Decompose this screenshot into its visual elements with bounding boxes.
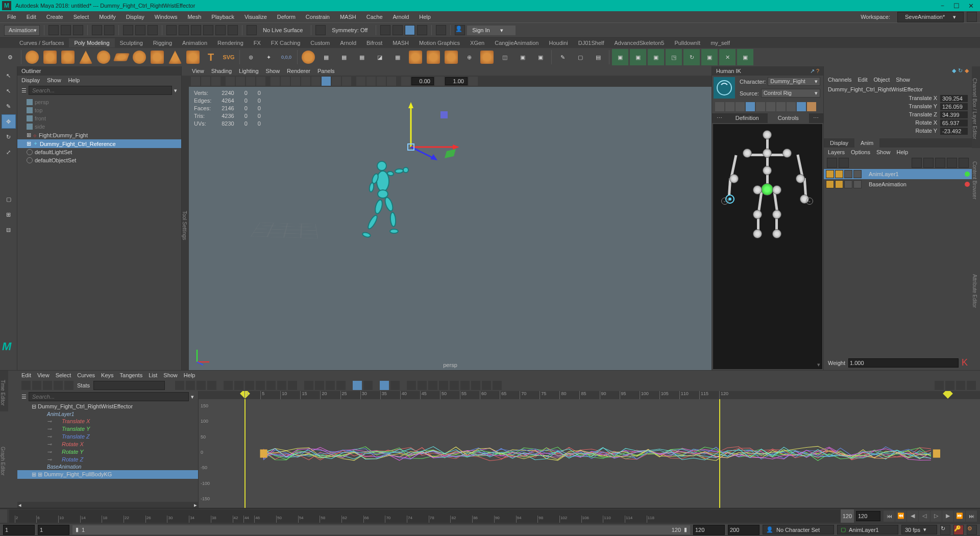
menu-cache[interactable]: Cache bbox=[362, 13, 387, 21]
shelf-tab-bifrost[interactable]: Bifrost bbox=[361, 38, 387, 47]
ge-insert-key-icon[interactable] bbox=[32, 381, 41, 390]
paint-select-icon[interactable] bbox=[148, 25, 158, 35]
hik-lhip-joint[interactable] bbox=[753, 185, 762, 194]
autokey-icon[interactable]: 🔑 bbox=[953, 525, 964, 535]
bridge-icon[interactable]: ▦ bbox=[389, 49, 406, 65]
hik-relbow-joint[interactable] bbox=[796, 174, 805, 183]
hik-tab-definition[interactable]: Definition bbox=[726, 113, 768, 123]
menu-arnold[interactable]: Arnold bbox=[389, 13, 413, 21]
poly-torus-icon[interactable] bbox=[95, 49, 112, 65]
layer-menu-layers[interactable]: Layers bbox=[828, 149, 845, 155]
layer-down-icon[interactable] bbox=[923, 158, 934, 168]
play-fwd-icon[interactable]: ▷ bbox=[930, 510, 942, 522]
hik-help-icon[interactable]: ? bbox=[816, 68, 819, 74]
edge-tool-icon[interactable]: ✎ bbox=[554, 49, 571, 65]
anim-layer-dropdown[interactable]: ▢ AnimLayer1 bbox=[837, 525, 898, 534]
hik-source-dropdown[interactable]: Control Rig▾ bbox=[761, 89, 820, 98]
poly-svg-icon[interactable]: SVG bbox=[220, 49, 237, 65]
cb-icon2[interactable]: ↻ bbox=[958, 67, 963, 74]
ge-lock-icon[interactable] bbox=[336, 381, 346, 390]
select-mode-icon[interactable] bbox=[123, 25, 133, 35]
vp-exposure-icon[interactable] bbox=[401, 77, 410, 86]
ge-playhead-start[interactable] bbox=[244, 399, 246, 508]
ge-autoframe-icon[interactable] bbox=[207, 381, 216, 390]
shelf-tab-pulldownit[interactable]: PulldownIt bbox=[669, 38, 705, 47]
hik-tabs-left[interactable]: ⋯ bbox=[712, 113, 726, 123]
ge-frame-playback-icon[interactable] bbox=[186, 381, 195, 390]
ge-curve-filter-icon[interactable] bbox=[428, 381, 437, 390]
vp-wireframe-icon[interactable] bbox=[271, 77, 280, 86]
cb-menu-show[interactable]: Show bbox=[896, 77, 910, 83]
menu-playback[interactable]: Playback bbox=[207, 13, 238, 21]
ge-auto-icon[interactable] bbox=[288, 381, 297, 390]
undo-icon[interactable] bbox=[92, 25, 102, 35]
snap-plane-icon[interactable] bbox=[203, 25, 213, 35]
vp-menu-panels[interactable]: Panels bbox=[317, 68, 335, 74]
prefs-icon[interactable]: ⚙ bbox=[967, 525, 977, 535]
menu-mash[interactable]: MASH bbox=[336, 13, 360, 21]
ge-ch-tz[interactable]: ⊸Translate Z bbox=[17, 433, 198, 441]
sculpt6-icon[interactable]: ▣ bbox=[701, 49, 718, 65]
hik-fullbody-icon[interactable] bbox=[715, 102, 724, 111]
outliner-item-fight[interactable]: ⊞⟐Fight:Dummy_Fight bbox=[17, 131, 181, 139]
go-start-icon[interactable]: ⏮ bbox=[884, 510, 895, 522]
fps-dropdown[interactable]: 30 fps ▾ bbox=[901, 525, 937, 534]
outliner-menu-help[interactable]: Help bbox=[68, 77, 80, 83]
open-scene-icon[interactable] bbox=[61, 25, 71, 35]
step-fwd-key-icon[interactable]: ⏩ bbox=[954, 510, 965, 522]
go-end-icon[interactable]: ⏭ bbox=[966, 510, 977, 522]
range-end-input[interactable] bbox=[693, 525, 725, 535]
hik-key4-icon[interactable] bbox=[797, 102, 806, 111]
cb-menu-channels[interactable]: Channels bbox=[828, 77, 851, 83]
viewport-character[interactable] bbox=[357, 156, 419, 248]
snap-curve-icon[interactable] bbox=[179, 25, 189, 35]
hik-head-joint[interactable] bbox=[763, 130, 772, 139]
vp-exposure-field[interactable]: 0.00 bbox=[411, 77, 434, 85]
hik-hips-joint[interactable] bbox=[761, 183, 773, 196]
vp-select-cam-icon[interactable] bbox=[191, 77, 200, 86]
ge-frame-all-icon[interactable] bbox=[175, 381, 184, 390]
module-selector[interactable]: Animation▾ bbox=[4, 25, 40, 36]
ge-snap-value-icon[interactable] bbox=[363, 381, 373, 390]
ge-unify-icon[interactable] bbox=[315, 381, 324, 390]
hik-bodypart-icon[interactable] bbox=[725, 102, 734, 111]
ge-node-root[interactable]: ⊟ Dummy_Fight_Ctrl_RightWristEffector bbox=[17, 402, 198, 411]
layer-tab-display[interactable]: Display bbox=[824, 138, 854, 148]
hik-lelbow-joint[interactable] bbox=[729, 174, 739, 183]
workspace-dropdown[interactable]: SeveAnimation*▾ bbox=[897, 12, 964, 22]
ge-ch-ry[interactable]: ⊸Rotate Y bbox=[17, 448, 198, 456]
outliner-menu-show[interactable]: Show bbox=[47, 77, 61, 83]
hik-key2-icon[interactable] bbox=[776, 102, 786, 111]
character-set-dropdown[interactable]: 👤 No Character Set bbox=[763, 525, 834, 534]
vp-menu-show[interactable]: Show bbox=[266, 68, 280, 74]
side-tab-time-editor[interactable]: Time Editor bbox=[0, 371, 8, 411]
ge-menu-help[interactable]: Help bbox=[184, 372, 195, 378]
hik-key5-icon[interactable] bbox=[807, 102, 816, 111]
viewport-canvas[interactable]: Verts:224000 Edges:426400 Faces:214600 T… bbox=[189, 87, 712, 370]
vp-gate-mask-icon[interactable] bbox=[256, 77, 265, 86]
vp-view-transform-icon[interactable] bbox=[469, 77, 478, 86]
shelf-tab-xgen[interactable]: XGen bbox=[465, 38, 489, 47]
four-view-icon[interactable]: ⊞ bbox=[2, 207, 16, 222]
close-button[interactable]: ✕ bbox=[964, 1, 978, 10]
ge-ch-rx[interactable]: ⊸Rotate X bbox=[17, 441, 198, 448]
cb-ry-label[interactable]: Rotate Y bbox=[903, 128, 939, 135]
snap-grid-icon[interactable] bbox=[166, 25, 177, 35]
layer-key-weight-icon[interactable]: K bbox=[962, 357, 968, 368]
ge-center-icon[interactable] bbox=[197, 381, 206, 390]
ge-playhead-end[interactable] bbox=[719, 399, 720, 508]
hik-character-dropdown[interactable]: Dummy_Fight▾ bbox=[768, 77, 820, 86]
vp-xray-joints-icon[interactable] bbox=[342, 77, 351, 86]
ge-scroll-right-icon[interactable]: ▸ bbox=[194, 502, 197, 508]
cb-tx-value[interactable]: 309.254 bbox=[940, 95, 968, 102]
rotate-tool-icon[interactable]: ↻ bbox=[2, 130, 16, 144]
poly-sphere-icon[interactable] bbox=[24, 49, 40, 65]
hik-key3-icon[interactable] bbox=[787, 102, 796, 111]
ge-layout1-icon[interactable] bbox=[945, 381, 954, 390]
shelf-tab-curves[interactable]: Curves / Surfaces bbox=[14, 38, 69, 47]
ge-stats-input[interactable] bbox=[93, 381, 165, 390]
range-start-input[interactable] bbox=[38, 525, 69, 535]
ge-step-icon[interactable] bbox=[266, 381, 276, 390]
menu-display[interactable]: Display bbox=[122, 13, 149, 21]
ge-ch-rz[interactable]: ⊸Rotate Z bbox=[17, 456, 198, 464]
